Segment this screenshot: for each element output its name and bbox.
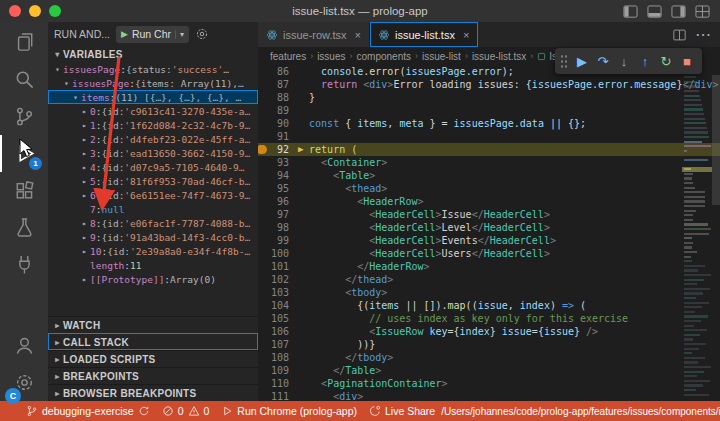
remote-icon[interactable] [0, 246, 48, 283]
code-line-90[interactable]: 90 const { items, meta } = issuesPage.da… [258, 117, 720, 130]
code-line-109[interactable]: 109 </Table> [258, 364, 720, 377]
twistie-right-icon[interactable]: ▸ [79, 233, 90, 242]
glyph-margin[interactable] [258, 299, 271, 312]
glyph-margin[interactable] [258, 390, 271, 401]
close-tab-icon[interactable]: × [355, 29, 361, 41]
toggle-panel-icon[interactable] [647, 5, 662, 18]
code-line-108[interactable]: 108 </tbody> [258, 351, 720, 364]
variable-row-length[interactable]: length: 11 [48, 258, 258, 272]
minimize-window-icon[interactable] [29, 5, 41, 17]
twistie-down-icon[interactable]: ▾ [70, 93, 81, 102]
twistie-down-icon[interactable]: ▾ [52, 50, 63, 59]
twistie-down-icon[interactable]: ▾ [52, 65, 63, 74]
testing-icon[interactable] [0, 209, 48, 246]
split-editor-icon[interactable] [673, 29, 686, 41]
glyph-margin[interactable] [258, 182, 271, 195]
stop-icon[interactable]: ■ [677, 51, 697, 71]
search-icon[interactable] [0, 61, 48, 98]
breadcrumb-item[interactable]: issues [317, 51, 345, 62]
twistie-right-icon[interactable]: ▸ [79, 247, 90, 256]
vertical-scrollbar[interactable] [712, 65, 720, 401]
explorer-icon[interactable] [0, 24, 48, 61]
breadcrumb-item[interactable]: features [270, 51, 306, 62]
glyph-margin[interactable] [258, 325, 271, 338]
glyph-margin[interactable] [258, 78, 271, 91]
code-line-111[interactable]: 111 <div> [258, 390, 720, 401]
glyph-margin[interactable] [258, 377, 271, 390]
glyph-margin[interactable] [258, 312, 271, 325]
step-into-icon[interactable]: ↓ [614, 51, 634, 71]
variable-row-Prototype[interactable]: ▸[[Prototype]]: Array(0) [48, 272, 258, 286]
section-breakpoints[interactable]: ▸BREAKPOINTS [48, 367, 258, 384]
variable-row-4[interactable]: ▸4: {id: 'd07c9a5-7105-4640-9… [48, 160, 258, 174]
glyph-margin[interactable] [258, 221, 271, 234]
twistie-right-icon[interactable]: ▸ [52, 338, 63, 347]
section-call-stack[interactable]: ▸CALL STACK [48, 333, 258, 350]
restart-icon[interactable]: ↻ [656, 51, 676, 71]
code-line-99[interactable]: 99 <HeaderCell>Events</HeaderCell> [258, 234, 720, 247]
start-debug-icon[interactable]: ▶ [121, 29, 128, 39]
debug-launch-select[interactable]: ▶ Run Chr ▾ [116, 26, 189, 43]
section-loaded-scripts[interactable]: ▸LOADED SCRIPTS [48, 350, 258, 367]
twistie-right-icon[interactable]: ▸ [79, 219, 90, 228]
run-and-debug-icon[interactable]: 1 [0, 135, 48, 172]
code-line-97[interactable]: 97 <HeaderCell>Issue</HeaderCell> [258, 208, 720, 221]
code-line-101[interactable]: 101 </HeaderRow> [258, 260, 720, 273]
twistie-right-icon[interactable]: ▸ [79, 275, 90, 284]
code-line-106[interactable]: 106 <IssueRow key={index} issue={issue} … [258, 325, 720, 338]
variable-row-6[interactable]: ▸6: {id: '6e6151ee-74f7-4673-9… [48, 188, 258, 202]
toggle-secondary-sidebar-icon[interactable] [671, 5, 686, 18]
tab-issue-row.tsx[interactable]: issue-row.tsx× [258, 22, 370, 47]
breadcrumb-item[interactable]: issue-list.tsx [472, 51, 526, 62]
code-line-93[interactable]: 93 <Container> [258, 156, 720, 169]
variable-row-1[interactable]: ▸1: {id: '1f62d084-2c32-4c7b-9… [48, 118, 258, 132]
breakpoint-glyph-margin[interactable] [258, 143, 271, 156]
account-icon[interactable] [0, 327, 48, 364]
debug-settings-gear-icon[interactable] [195, 27, 209, 41]
twistie-right-icon[interactable]: ▸ [52, 355, 63, 364]
code-line-89[interactable]: 89 [258, 104, 720, 117]
scrollbar-thumb[interactable] [712, 75, 720, 205]
code-line-100[interactable]: 100 <HeaderCell>Users</HeaderCell> [258, 247, 720, 260]
git-branch-item[interactable]: debugging-exercise [20, 401, 156, 421]
glyph-margin[interactable] [258, 169, 271, 182]
variables-section-header[interactable]: ▾ VARIABLES [48, 46, 258, 62]
glyph-margin[interactable] [258, 273, 271, 286]
twistie-right-icon[interactable]: ▸ [79, 135, 90, 144]
live-share-item[interactable]: Live Share [363, 401, 441, 421]
customize-layout-icon[interactable] [695, 5, 710, 18]
variable-row-items[interactable]: ▾items: (11) [{…}, {…}, {…}, … [48, 90, 258, 104]
glyph-margin[interactable] [258, 364, 271, 377]
glyph-margin[interactable] [258, 286, 271, 299]
twistie-right-icon[interactable]: ▸ [79, 107, 90, 116]
code-line-94[interactable]: 94 <Table> [258, 169, 720, 182]
section-watch[interactable]: ▸WATCH [48, 316, 258, 333]
variable-row-issuesPage[interactable]: ▾issuesPage: {items: Array(11),… [48, 76, 258, 90]
close-tab-icon[interactable]: × [463, 29, 469, 41]
section-browser-breakpoints[interactable]: ▸BROWSER BREAKPOINTS [48, 384, 258, 401]
code-line-87[interactable]: 87 return <div>Error loading issues: {is… [258, 78, 720, 91]
twistie-right-icon[interactable]: ▸ [79, 149, 90, 158]
variable-row-3[interactable]: ▸3: {id: 'ead13650-3662-4150-9… [48, 146, 258, 160]
breadcrumb-item[interactable]: components [357, 51, 411, 62]
glyph-margin[interactable] [258, 260, 271, 273]
twistie-right-icon[interactable]: ▸ [52, 372, 63, 381]
variable-row-9[interactable]: ▸9: {id: '91a43bad-14f3-4cc0-b… [48, 230, 258, 244]
glyph-margin[interactable] [258, 247, 271, 260]
glyph-margin[interactable] [258, 65, 271, 78]
problems-item[interactable]: 0 0 [156, 401, 216, 421]
toggle-sidebar-icon[interactable] [623, 5, 638, 18]
notification-badge[interactable]: C [5, 388, 21, 404]
code-line-88[interactable]: 88 } [258, 91, 720, 104]
toolbar-drag-handle[interactable] [560, 54, 568, 69]
twistie-right-icon[interactable]: ▸ [79, 177, 90, 186]
run-task-item[interactable]: Run Chrome (prolog-app) [215, 401, 363, 421]
code-line-105[interactable]: 105 // uses index as key only for this e… [258, 312, 720, 325]
step-over-icon[interactable]: ↷ [593, 51, 613, 71]
glyph-margin[interactable] [258, 117, 271, 130]
code-line-95[interactable]: 95 <thead> [258, 182, 720, 195]
source-control-icon[interactable] [0, 98, 48, 135]
twistie-right-icon[interactable]: ▸ [79, 163, 90, 172]
variable-row-7[interactable]: 7: null [48, 202, 258, 216]
more-actions-icon[interactable]: ⋯ [695, 25, 711, 44]
